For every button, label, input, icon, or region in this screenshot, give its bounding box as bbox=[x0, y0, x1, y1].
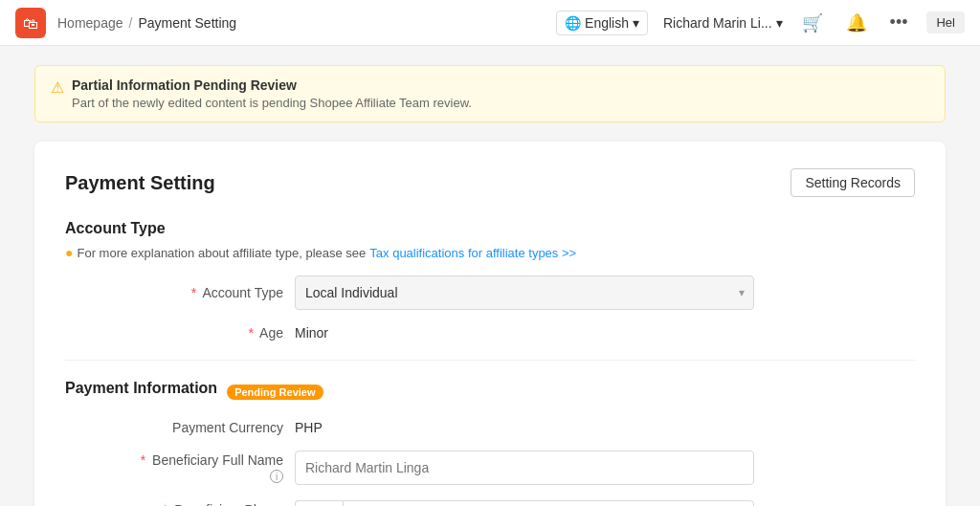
user-menu[interactable]: Richard Marin Li... ▾ bbox=[663, 15, 783, 31]
account-type-select-wrapper: Local Individual ▾ bbox=[295, 275, 754, 310]
beneficiary-name-input[interactable] bbox=[295, 451, 754, 485]
age-value: Minor bbox=[295, 325, 328, 341]
page-title: Payment Setting bbox=[65, 172, 215, 194]
user-name: Richard Marin Li... bbox=[663, 15, 772, 31]
required-indicator: * bbox=[191, 285, 196, 300]
language-selector[interactable]: 🌐 English ▾ bbox=[556, 11, 648, 35]
phone-country-selector[interactable]: +63 ▾ bbox=[295, 500, 343, 506]
shop-icon[interactable]: 🛒 bbox=[798, 9, 827, 37]
more-icon[interactable]: ••• bbox=[886, 9, 912, 36]
chevron-down-icon: ▾ bbox=[633, 15, 639, 31]
required-indicator: * bbox=[249, 325, 254, 341]
setting-records-button[interactable]: Setting Records bbox=[791, 168, 915, 197]
beneficiary-phone-field: * Beneficiary Phone Number +63 ▾ bbox=[65, 500, 915, 506]
account-type-field: * Account Type Local Individual ▾ bbox=[65, 275, 915, 310]
header-right: 🌐 English ▾ Richard Marin Li... ▾ 🛒 🔔 ••… bbox=[556, 9, 965, 37]
warning-icon: ⚠ bbox=[51, 78, 64, 97]
pending-review-badge: Pending Review bbox=[227, 385, 323, 400]
alert-title: Partial Information Pending Review bbox=[72, 77, 472, 93]
svg-text:🛍: 🛍 bbox=[23, 15, 38, 32]
info-icon: ● bbox=[65, 245, 73, 260]
payment-currency-label: Payment Currency bbox=[122, 420, 295, 435]
main-content: ⚠ Partial Information Pending Review Par… bbox=[11, 46, 969, 506]
beneficiary-name-field: * Beneficiary Full Name i bbox=[65, 451, 915, 485]
phone-number-input[interactable] bbox=[343, 500, 754, 506]
payment-currency-field: Payment Currency PHP bbox=[65, 420, 915, 435]
account-type-section-title: Account Type bbox=[65, 220, 915, 237]
globe-icon: 🌐 bbox=[565, 15, 581, 31]
chevron-down-icon: ▾ bbox=[776, 15, 783, 31]
breadcrumb-separator: / bbox=[129, 15, 133, 31]
info-tooltip-icon[interactable]: i bbox=[270, 470, 283, 483]
logo: 🛍 bbox=[15, 8, 46, 38]
required-indicator: * bbox=[141, 452, 145, 468]
help-button[interactable]: Hel bbox=[926, 11, 965, 33]
beneficiary-phone-label: * Beneficiary Phone Number bbox=[122, 502, 295, 506]
hint-text: For more explanation about affiliate typ… bbox=[77, 246, 366, 260]
alert-subtitle: Part of the newly edited content is pend… bbox=[72, 96, 472, 110]
header: 🛍 Homepage / Payment Setting 🌐 English ▾… bbox=[0, 0, 980, 46]
language-label: English bbox=[585, 15, 629, 31]
required-indicator: * bbox=[163, 502, 167, 506]
section-divider bbox=[65, 360, 915, 361]
payment-currency-value: PHP bbox=[295, 420, 323, 435]
breadcrumb: Homepage / Payment Setting bbox=[57, 15, 556, 31]
phone-input-wrapper: +63 ▾ bbox=[295, 500, 754, 506]
account-type-hint: ● For more explanation about affiliate t… bbox=[65, 245, 915, 260]
payment-info-header: Payment Information Pending Review bbox=[65, 380, 915, 405]
card-header: Payment Setting Setting Records bbox=[65, 168, 915, 197]
payment-info-section-title: Payment Information bbox=[65, 380, 217, 397]
alert-content: Partial Information Pending Review Part … bbox=[72, 77, 472, 110]
breadcrumb-home[interactable]: Homepage bbox=[57, 15, 123, 31]
payment-setting-card: Payment Setting Setting Records Account … bbox=[34, 142, 946, 506]
breadcrumb-current: Payment Setting bbox=[138, 15, 236, 31]
notification-icon[interactable]: 🔔 bbox=[842, 9, 871, 37]
account-type-section: Account Type ● For more explanation abou… bbox=[65, 220, 915, 341]
payment-info-section: Payment Information Pending Review Payme… bbox=[65, 380, 915, 506]
account-type-label: * Account Type bbox=[122, 285, 295, 300]
beneficiary-name-label: * Beneficiary Full Name i bbox=[122, 452, 295, 484]
alert-banner: ⚠ Partial Information Pending Review Par… bbox=[34, 65, 946, 122]
age-label: * Age bbox=[122, 325, 295, 341]
tax-qualifications-link[interactable]: Tax qualifications for affiliate types >… bbox=[369, 246, 576, 260]
age-field: * Age Minor bbox=[65, 325, 915, 341]
account-type-select[interactable]: Local Individual bbox=[295, 275, 754, 310]
